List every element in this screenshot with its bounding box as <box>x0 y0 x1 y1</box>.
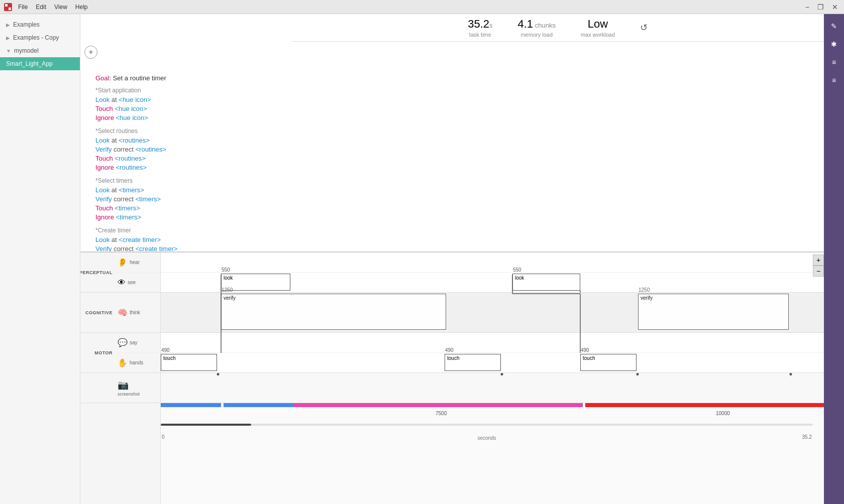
menu-file[interactable]: File <box>18 4 28 11</box>
verify-block-2-label: 1250 <box>639 287 650 293</box>
motor-label-section: MOTOR 💬 say ✋ hands <box>80 333 160 373</box>
line-verify-timers: Verify correct <timers> <box>95 195 814 203</box>
think-icon: 🧠 <box>118 308 128 317</box>
say-label: say <box>130 340 138 345</box>
see-label: see <box>128 280 136 285</box>
max-workload-label: max workload <box>581 31 615 38</box>
sidebar-arrow-mymodel: ▼ <box>6 48 11 54</box>
touch-block-3-name: touch <box>581 354 636 362</box>
sidebar-item-examples[interactable]: ▶ Examples <box>0 18 80 31</box>
sidebar-label-mymodel: mymodel <box>14 47 39 54</box>
restore-button[interactable]: ❐ <box>815 2 826 12</box>
touch-block-2-name: touch <box>445 354 500 362</box>
look-block-2-label: 550 <box>513 267 521 273</box>
sidebar-arrow-examples: ▶ <box>6 22 10 28</box>
menu-edit[interactable]: Edit <box>36 4 46 11</box>
zoom-in-button[interactable]: + <box>813 255 824 266</box>
target-hue-icon-2: <hue icon> <box>115 105 147 112</box>
scrollbar-thumb[interactable] <box>161 424 251 426</box>
star-icon-btn[interactable]: ✱ <box>826 36 842 52</box>
edit-icon-btn[interactable]: ✎ <box>826 18 842 34</box>
perceptual-label: PERCEPTUAL <box>80 270 113 275</box>
touch-block-1-label: 490 <box>161 347 170 353</box>
hear-label: hear <box>130 260 140 265</box>
menu-view[interactable]: View <box>54 4 67 11</box>
svg-rect-1 <box>9 8 11 10</box>
touch-block-1: 490 touch <box>161 354 217 371</box>
perceptual-label-section: PERCEPTUAL 👂 hear 👁 see <box>80 253 160 293</box>
hands-row-label: ✋ hands <box>116 353 160 372</box>
line-touch-hue: Touch <hue icon> <box>95 105 814 112</box>
hear-row-bg <box>161 253 824 273</box>
verify-block-1: 1250 verify <box>221 294 446 330</box>
sidebar-label-examples: Examples <box>13 21 40 28</box>
menu-help[interactable]: Help <box>75 4 88 11</box>
line-look-hue: Look at <hue icon> <box>95 96 814 103</box>
menu-icon-btn-1[interactable]: ≡ <box>826 54 842 70</box>
sidebar-arrow-examples-copy: ▶ <box>6 35 10 41</box>
app-icon <box>4 3 12 11</box>
line-verify-routines: Verify correct <routines> <box>95 146 814 153</box>
section-start-app: *Start application <box>95 87 814 94</box>
verify-block-1-label: 1250 <box>222 287 233 293</box>
say-row-bg <box>161 333 824 353</box>
timeline-scrollbar[interactable] <box>161 421 813 429</box>
say-row-label: 💬 say <box>116 333 160 353</box>
screenshot-label: screenshot <box>118 392 140 397</box>
hands-label: hands <box>130 360 143 365</box>
touch-block-3: 490 touch <box>580 354 637 371</box>
script-goal-line: Goal: Set a routine timer <box>95 74 814 82</box>
menu-bar: File Edit View Help <box>18 4 88 11</box>
script-content: Goal: Set a routine timer *Start applica… <box>90 74 814 253</box>
action-touch: Touch <box>95 105 113 112</box>
zoom-controls: + − <box>813 255 824 277</box>
content-area: + Goal: Set a routine timer *Start appli… <box>80 14 824 504</box>
sidebar-label-active: Smart_Light_App <box>6 60 53 67</box>
screenshot-icon: 📷 <box>118 380 129 391</box>
time-marker-7500: 7500 <box>436 411 447 416</box>
action-ignore: Ignore <box>95 114 114 121</box>
goal-label: Goal: <box>95 74 111 82</box>
time-start: 0 <box>162 434 165 440</box>
memory-load-stat: 4.1 chunks memory load <box>518 17 556 39</box>
add-step-button[interactable]: + <box>84 46 97 59</box>
reload-button[interactable]: ↺ <box>640 22 648 33</box>
time-marker-10000: 10000 <box>716 411 730 416</box>
touch-block-3-label: 490 <box>581 347 589 353</box>
memory-load-label: memory load <box>518 31 556 38</box>
cognitive-label: COGNITIVE <box>85 310 113 315</box>
cognitive-label-section: COGNITIVE 🧠 think <box>80 293 160 333</box>
section-select-timers: *Select timers <box>95 177 814 184</box>
line-look-routines: Look at <routines> <box>95 137 814 144</box>
timeline-panel: PERCEPTUAL 👂 hear 👁 see <box>80 253 824 504</box>
close-button[interactable]: ✕ <box>830 2 840 12</box>
menu-icon-btn-2[interactable]: ≡ <box>826 72 842 88</box>
see-row-label: 👁 see <box>116 273 160 292</box>
time-axis: 0 35.2 seconds <box>161 431 813 441</box>
time-axis-spacer <box>80 403 160 428</box>
action-look: Look <box>95 96 110 103</box>
window-controls: − ❐ ✕ <box>803 2 840 12</box>
task-time-label: task time <box>468 31 492 38</box>
seconds-label: seconds <box>477 435 496 441</box>
sidebar-item-examples-copy[interactable]: ▶ Examples - Copy <box>0 31 80 44</box>
time-end: 35.2 <box>802 434 812 440</box>
sidebar-item-mymodel[interactable]: ▼ mymodel <box>0 44 80 57</box>
look-block-2-name: look <box>513 274 580 282</box>
color-bars-row <box>161 403 813 408</box>
titlebar: File Edit View Help − ❐ ✕ <box>0 0 844 14</box>
section-create-timer: *Create timer <box>95 227 814 234</box>
verify-block-2: 1250 verify <box>638 294 789 330</box>
hands-icon: ✋ <box>118 358 128 367</box>
sidebar-item-smart-light-app[interactable]: Smart_Light_App <box>0 57 80 70</box>
target-hue-icon-1: <hue icon> <box>119 96 151 103</box>
hear-icon: 👂 <box>118 258 128 267</box>
script-panel: + Goal: Set a routine timer *Start appli… <box>80 42 824 253</box>
minimize-button[interactable]: − <box>803 2 811 12</box>
timeline-labels: PERCEPTUAL 👂 hear 👁 see <box>80 253 161 504</box>
zoom-out-button[interactable]: − <box>813 266 824 277</box>
max-workload-value: Low <box>581 17 615 32</box>
hear-row-label: 👂 hear <box>116 253 160 273</box>
memory-load-value: 4.1 chunks <box>518 17 556 32</box>
right-toolbar: ✎ ✱ ≡ ≡ <box>824 14 844 504</box>
